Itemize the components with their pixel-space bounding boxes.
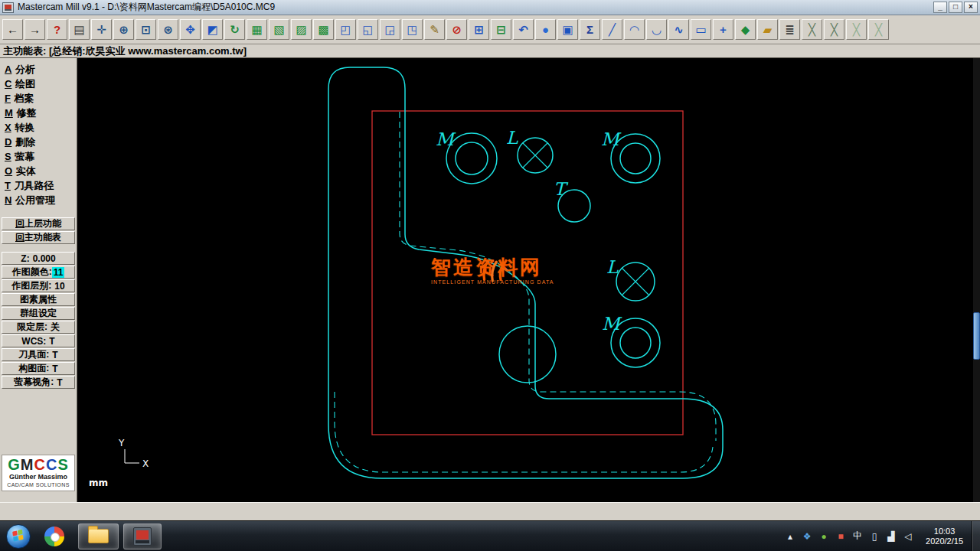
toolpath-dashed-2[interactable] xyxy=(335,392,713,472)
trim-2-icon[interactable]: ╳ xyxy=(824,19,844,40)
mask-level-button[interactable]: 限定层:关 xyxy=(2,321,75,334)
move-window-icon[interactable]: ⊟ xyxy=(491,19,511,40)
fit-screen-icon[interactable]: ◩ xyxy=(202,19,223,40)
gview-button[interactable]: 萤幕视角:T xyxy=(2,376,75,389)
attributes-button[interactable]: 图素属性 xyxy=(2,293,75,306)
gmccs-logo: GMCCS Günther Massimo CAD/CAM SOLUTIONS xyxy=(2,455,75,491)
hole-1-inner[interactable] xyxy=(456,142,488,174)
start-button[interactable] xyxy=(6,524,31,549)
levels-icon[interactable]: ≣ xyxy=(779,19,800,40)
app-blue-icon[interactable]: ❖ xyxy=(801,531,813,542)
sidebar-spacer xyxy=(0,390,77,455)
zoom-icon[interactable]: ⊕ xyxy=(113,19,134,40)
mastercam-window: Mastercam Mill v9.1 - D:\资料网Mastercam编程\… xyxy=(0,0,980,551)
copy-window-icon[interactable]: ⊞ xyxy=(469,19,489,40)
tray-expand-icon[interactable]: ▴ xyxy=(784,531,796,542)
chook-sigma-icon[interactable]: Σ xyxy=(580,19,600,40)
sketch-icon[interactable]: ✎ xyxy=(424,19,445,40)
menu-item-S[interactable]: S 萤幕 xyxy=(0,149,77,164)
rect-icon[interactable]: ▭ xyxy=(691,19,711,40)
repaint-icon[interactable]: ↻ xyxy=(224,19,245,40)
back-icon[interactable]: ← xyxy=(2,19,23,40)
mastercam-icon xyxy=(133,527,152,546)
wcs-button[interactable]: WCS:T xyxy=(2,334,75,347)
gview-side-icon[interactable]: ▨ xyxy=(291,19,312,40)
cad-viewport[interactable]: MLMTLMYXmm 智造资料网 INTELLIGENT MANUFACTURI… xyxy=(77,58,980,502)
gview-top-icon[interactable]: ▦ xyxy=(247,19,267,40)
maximize-button[interactable]: □ xyxy=(949,2,962,13)
gmccs-line2: CAD/CAM SOLUTIONS xyxy=(2,481,74,488)
help-icon[interactable]: ? xyxy=(47,19,67,40)
cplane-button[interactable]: 构图面:T xyxy=(2,362,75,375)
forward-icon[interactable]: → xyxy=(24,19,45,40)
hole-1[interactable] xyxy=(446,133,497,184)
hole-6-inner[interactable] xyxy=(620,328,651,358)
hole-7[interactable] xyxy=(499,326,556,383)
menu-item-T[interactable]: T 刀具路径 xyxy=(0,178,77,193)
line-icon[interactable]: ╱ xyxy=(602,19,622,40)
gview-front-icon[interactable]: ▧ xyxy=(269,19,289,40)
surface-tools-icon[interactable]: ▰ xyxy=(757,19,778,40)
sidebar-status: Z:0.000作图颜色:11作图层别:10图素属性群组设定限定层:关WCS:T刀… xyxy=(0,251,77,390)
menu-item-C[interactable]: C 绘图 xyxy=(0,77,77,91)
extend-icon[interactable]: ╳ xyxy=(868,19,889,40)
trim-icon[interactable]: ╳ xyxy=(802,19,822,40)
draw-level-button[interactable]: 作图层别:10 xyxy=(2,279,75,292)
main-menu-button[interactable]: 回主功能表 xyxy=(2,231,75,244)
system-tray: ▴❖●■中▯▟◁ 10:03 2020/2/15 xyxy=(784,521,980,551)
network-icon[interactable]: ▟ xyxy=(885,531,897,542)
gmccs-line1: Günther Massimo xyxy=(2,473,74,481)
volume-icon[interactable]: ◁ xyxy=(902,531,914,542)
vertical-scrollbar[interactable] xyxy=(973,58,980,502)
hole-3-inner[interactable] xyxy=(620,143,651,174)
menu-item-A[interactable]: A 分析 xyxy=(0,62,77,77)
menu-item-D[interactable]: D 删除 xyxy=(0,135,77,149)
divide-icon[interactable]: ╳ xyxy=(846,19,867,40)
unit-label: mm xyxy=(89,478,108,488)
pan-icon[interactable]: ✥ xyxy=(180,19,201,40)
job-notes-icon[interactable]: ▤ xyxy=(69,19,90,40)
menu-item-M[interactable]: M 修整 xyxy=(0,106,77,120)
draw-color-button[interactable]: 作图颜色:11 xyxy=(2,266,75,279)
point-icon[interactable]: + xyxy=(713,19,733,40)
toolbar: ←→?▤✛⊕⊡⊛✥◩↻▦▧▨▩◰◱◲◳✎⊘⊞⊟↶●▣Σ╱◠◡∿▭+◆▰≣╳╳╳╳ xyxy=(0,15,980,44)
menu-item-O[interactable]: O 实体 xyxy=(0,164,77,178)
surface-icon[interactable]: ◆ xyxy=(735,19,756,40)
menu-item-N[interactable]: N 公用管理 xyxy=(0,193,77,207)
browser-taskbar-button[interactable] xyxy=(35,523,74,549)
viewport-icon[interactable]: ▣ xyxy=(557,19,578,40)
curve-icon[interactable]: ◡ xyxy=(646,19,667,40)
back-level-button[interactable]: 回上层功能 xyxy=(2,217,75,230)
cplane-top-icon[interactable]: ◰ xyxy=(335,19,356,40)
gview-iso-icon[interactable]: ▩ xyxy=(313,19,334,40)
menu-item-F[interactable]: F 档案 xyxy=(0,91,77,106)
scrollbar-thumb[interactable] xyxy=(973,312,980,360)
taskbar-clock[interactable]: 10:03 2020/2/15 xyxy=(926,527,963,546)
battery-icon[interactable]: ▯ xyxy=(868,531,880,542)
axis-x-label: X xyxy=(142,458,149,469)
mastercam-taskbar-button[interactable] xyxy=(123,523,162,549)
delete-icon[interactable]: ⊘ xyxy=(446,19,467,40)
undo-icon[interactable]: ↶ xyxy=(513,19,534,40)
app-red-icon[interactable]: ■ xyxy=(835,531,847,542)
zoom-window-icon[interactable]: ⊡ xyxy=(136,19,156,40)
spline-icon[interactable]: ∿ xyxy=(668,19,689,40)
analyze-icon[interactable]: ✛ xyxy=(91,19,112,40)
explorer-taskbar-button[interactable] xyxy=(78,523,119,549)
app-green-icon[interactable]: ● xyxy=(818,531,830,542)
close-button[interactable]: × xyxy=(964,2,978,13)
show-desktop-button[interactable] xyxy=(972,521,980,551)
ime-icon[interactable]: 中 xyxy=(851,530,864,543)
cplane-side-icon[interactable]: ◲ xyxy=(380,19,400,40)
gmccs-letters: GMCCS xyxy=(2,457,74,473)
cplane-front-icon[interactable]: ◱ xyxy=(358,19,378,40)
z-depth-button[interactable]: Z:0.000 xyxy=(2,252,75,265)
shade-icon[interactable]: ● xyxy=(535,19,556,40)
zoom-scale-icon[interactable]: ⊛ xyxy=(158,19,178,40)
arc-icon[interactable]: ◠ xyxy=(624,19,645,40)
cplane-iso-icon[interactable]: ◳ xyxy=(402,19,423,40)
menu-item-X[interactable]: X 转换 xyxy=(0,120,77,135)
group-button[interactable]: 群组设定 xyxy=(2,307,75,320)
tool-plane-button[interactable]: 刀具面:T xyxy=(2,348,75,361)
minimize-button[interactable]: _ xyxy=(933,2,947,13)
